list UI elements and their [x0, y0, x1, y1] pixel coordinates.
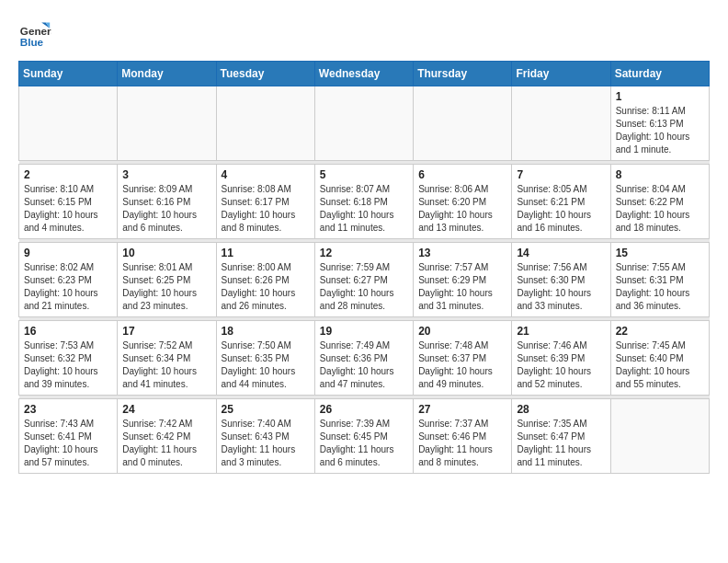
calendar-cell: 15Sunrise: 7:55 AM Sunset: 6:31 PM Dayli… [610, 243, 709, 317]
calendar-cell [216, 86, 314, 161]
calendar-cell: 4Sunrise: 8:08 AM Sunset: 6:17 PM Daylig… [216, 165, 314, 239]
calendar-cell [610, 399, 709, 474]
day-info: Sunrise: 8:06 AM Sunset: 6:20 PM Dayligh… [418, 183, 506, 235]
calendar-cell [414, 86, 512, 161]
calendar-cell: 24Sunrise: 7:42 AM Sunset: 6:42 PM Dayli… [118, 399, 216, 474]
calendar-cell: 11Sunrise: 8:00 AM Sunset: 6:26 PM Dayli… [216, 243, 314, 317]
day-number: 16 [24, 325, 112, 338]
day-number: 15 [616, 247, 704, 259]
calendar-cell: 1Sunrise: 8:11 AM Sunset: 6:13 PM Daylig… [610, 86, 709, 161]
day-info: Sunrise: 7:40 AM Sunset: 6:43 PM Dayligh… [222, 418, 310, 469]
calendar-cell: 7Sunrise: 8:05 AM Sunset: 6:21 PM Daylig… [512, 165, 610, 239]
day-number: 21 [517, 325, 605, 338]
calendar-cell: 2Sunrise: 8:10 AM Sunset: 6:15 PM Daylig… [19, 165, 118, 239]
day-info: Sunrise: 8:04 AM Sunset: 6:22 PM Dayligh… [616, 183, 704, 235]
calendar-cell: 8Sunrise: 8:04 AM Sunset: 6:22 PM Daylig… [610, 165, 709, 239]
calendar-cell: 10Sunrise: 8:01 AM Sunset: 6:25 PM Dayli… [118, 243, 216, 317]
day-info: Sunrise: 7:53 AM Sunset: 6:32 PM Dayligh… [24, 339, 112, 391]
day-number: 18 [222, 325, 310, 338]
calendar-cell: 17Sunrise: 7:52 AM Sunset: 6:34 PM Dayli… [118, 321, 216, 396]
day-number: 6 [418, 168, 506, 181]
calendar-cell: 27Sunrise: 7:37 AM Sunset: 6:46 PM Dayli… [414, 399, 512, 474]
svg-text:Blue: Blue [20, 36, 44, 48]
day-number: 24 [122, 403, 210, 416]
day-info: Sunrise: 8:05 AM Sunset: 6:21 PM Dayligh… [517, 183, 605, 235]
day-number: 11 [222, 247, 310, 259]
page-header: General Blue [18, 18, 710, 52]
calendar-cell: 18Sunrise: 7:50 AM Sunset: 6:35 PM Dayli… [216, 321, 314, 396]
calendar-cell: 23Sunrise: 7:43 AM Sunset: 6:41 PM Dayli… [19, 399, 118, 474]
weekday-header-sunday: Sunday [19, 62, 118, 86]
calendar-cell: 12Sunrise: 7:59 AM Sunset: 6:27 PM Dayli… [314, 243, 413, 317]
calendar-cell [314, 86, 413, 161]
logo-icon: General Blue [18, 18, 51, 52]
calendar-week-3: 9Sunrise: 8:02 AM Sunset: 6:23 PM Daylig… [19, 243, 710, 317]
logo: General Blue [18, 18, 51, 52]
weekday-header-friday: Friday [512, 62, 610, 86]
day-number: 26 [320, 403, 408, 416]
calendar-cell: 21Sunrise: 7:46 AM Sunset: 6:39 PM Dayli… [512, 321, 610, 396]
day-info: Sunrise: 8:00 AM Sunset: 6:26 PM Dayligh… [222, 261, 310, 313]
day-number: 7 [517, 168, 605, 181]
calendar-cell: 25Sunrise: 7:40 AM Sunset: 6:43 PM Dayli… [216, 399, 314, 474]
day-info: Sunrise: 8:11 AM Sunset: 6:13 PM Dayligh… [616, 105, 704, 156]
day-number: 20 [418, 325, 506, 338]
calendar-table: SundayMondayTuesdayWednesdayThursdayFrid… [18, 61, 710, 474]
day-info: Sunrise: 7:48 AM Sunset: 6:37 PM Dayligh… [418, 339, 506, 391]
day-number: 19 [320, 325, 408, 338]
day-info: Sunrise: 7:39 AM Sunset: 6:45 PM Dayligh… [320, 418, 408, 469]
day-number: 5 [320, 168, 408, 181]
day-number: 25 [222, 403, 310, 416]
calendar-cell [512, 86, 610, 161]
weekday-header-saturday: Saturday [610, 62, 709, 86]
day-info: Sunrise: 7:46 AM Sunset: 6:39 PM Dayligh… [517, 339, 605, 391]
day-number: 17 [122, 325, 210, 338]
calendar-cell: 3Sunrise: 8:09 AM Sunset: 6:16 PM Daylig… [118, 165, 216, 239]
day-info: Sunrise: 7:42 AM Sunset: 6:42 PM Dayligh… [122, 418, 210, 469]
day-info: Sunrise: 7:52 AM Sunset: 6:34 PM Dayligh… [122, 339, 210, 391]
calendar-cell [118, 86, 216, 161]
day-number: 27 [418, 403, 506, 416]
day-number: 14 [517, 247, 605, 259]
calendar-week-5: 23Sunrise: 7:43 AM Sunset: 6:41 PM Dayli… [19, 399, 710, 474]
weekday-header-row: SundayMondayTuesdayWednesdayThursdayFrid… [19, 62, 710, 86]
weekday-header-tuesday: Tuesday [216, 62, 314, 86]
day-info: Sunrise: 7:37 AM Sunset: 6:46 PM Dayligh… [418, 418, 506, 469]
day-number: 8 [616, 168, 704, 181]
day-number: 2 [24, 168, 112, 181]
calendar-cell: 22Sunrise: 7:45 AM Sunset: 6:40 PM Dayli… [610, 321, 709, 396]
calendar-cell: 9Sunrise: 8:02 AM Sunset: 6:23 PM Daylig… [19, 243, 118, 317]
day-info: Sunrise: 7:57 AM Sunset: 6:29 PM Dayligh… [418, 261, 506, 313]
day-info: Sunrise: 7:55 AM Sunset: 6:31 PM Dayligh… [616, 261, 704, 313]
calendar-cell: 26Sunrise: 7:39 AM Sunset: 6:45 PM Dayli… [314, 399, 413, 474]
day-info: Sunrise: 7:45 AM Sunset: 6:40 PM Dayligh… [616, 339, 704, 391]
calendar-cell: 6Sunrise: 8:06 AM Sunset: 6:20 PM Daylig… [414, 165, 512, 239]
day-info: Sunrise: 8:02 AM Sunset: 6:23 PM Dayligh… [24, 261, 112, 313]
weekday-header-wednesday: Wednesday [314, 62, 413, 86]
day-info: Sunrise: 7:50 AM Sunset: 6:35 PM Dayligh… [222, 339, 310, 391]
calendar-week-2: 2Sunrise: 8:10 AM Sunset: 6:15 PM Daylig… [19, 165, 710, 239]
day-number: 3 [122, 168, 210, 181]
day-number: 12 [320, 247, 408, 259]
day-number: 1 [616, 90, 704, 103]
day-info: Sunrise: 7:49 AM Sunset: 6:36 PM Dayligh… [320, 339, 408, 391]
day-info: Sunrise: 7:56 AM Sunset: 6:30 PM Dayligh… [517, 261, 605, 313]
calendar-cell: 28Sunrise: 7:35 AM Sunset: 6:47 PM Dayli… [512, 399, 610, 474]
calendar-cell: 20Sunrise: 7:48 AM Sunset: 6:37 PM Dayli… [414, 321, 512, 396]
weekday-header-monday: Monday [118, 62, 216, 86]
day-number: 9 [24, 247, 112, 259]
day-info: Sunrise: 7:59 AM Sunset: 6:27 PM Dayligh… [320, 261, 408, 313]
day-info: Sunrise: 7:43 AM Sunset: 6:41 PM Dayligh… [24, 418, 112, 469]
day-number: 13 [418, 247, 506, 259]
day-info: Sunrise: 7:35 AM Sunset: 6:47 PM Dayligh… [517, 418, 605, 469]
calendar-cell: 5Sunrise: 8:07 AM Sunset: 6:18 PM Daylig… [314, 165, 413, 239]
day-info: Sunrise: 8:01 AM Sunset: 6:25 PM Dayligh… [122, 261, 210, 313]
day-info: Sunrise: 8:08 AM Sunset: 6:17 PM Dayligh… [222, 183, 310, 235]
calendar-week-1: 1Sunrise: 8:11 AM Sunset: 6:13 PM Daylig… [19, 86, 710, 161]
day-info: Sunrise: 8:10 AM Sunset: 6:15 PM Dayligh… [24, 183, 112, 235]
calendar-cell: 13Sunrise: 7:57 AM Sunset: 6:29 PM Dayli… [414, 243, 512, 317]
calendar-cell: 14Sunrise: 7:56 AM Sunset: 6:30 PM Dayli… [512, 243, 610, 317]
day-number: 10 [122, 247, 210, 259]
calendar-cell: 16Sunrise: 7:53 AM Sunset: 6:32 PM Dayli… [19, 321, 118, 396]
day-number: 23 [24, 403, 112, 416]
